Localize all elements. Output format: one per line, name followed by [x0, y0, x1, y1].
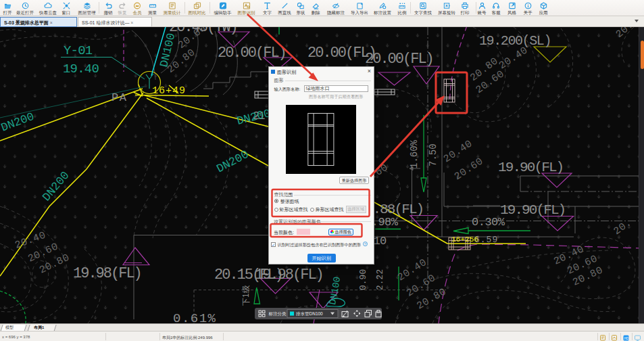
svg-text:16+256: 16+256: [451, 235, 478, 244]
svg-text:16+49: 16+49: [152, 85, 186, 97]
svg-text:标注分类: 标注分类: [268, 311, 287, 317]
svg-text:1.60%: 1.60%: [409, 139, 420, 168]
svg-text:排水管DN100: 排水管DN100: [296, 311, 323, 317]
svg-text:20.00(FL): 20.00(FL): [365, 51, 433, 68]
svg-text:PA: PA: [112, 91, 127, 104]
svg-text:下1级: 下1级: [241, 285, 251, 306]
svg-text:19.200(SL): 19.200(SL): [479, 33, 551, 49]
svg-text:19.90(FL): 19.90(FL): [498, 160, 563, 175]
svg-text:7.50: 7.50: [428, 143, 439, 166]
svg-text:HD: HD: [624, 337, 629, 340]
svg-text:19.90(FL): 19.90(FL): [500, 202, 565, 218]
svg-text:0.90: 0.90: [358, 269, 368, 290]
svg-text:0.30%: 0.30%: [472, 216, 505, 229]
svg-text:Y-01: Y-01: [64, 43, 93, 58]
svg-text:19.40: 19.40: [63, 62, 99, 76]
svg-text:2.22: 2.22: [375, 269, 385, 290]
svg-text:19.98(FL): 19.98(FL): [255, 267, 323, 283]
svg-text:19.98(FL): 19.98(FL): [73, 265, 141, 282]
svg-text:20.00(FL): 20.00(FL): [218, 45, 286, 62]
svg-text:0.61%: 0.61%: [173, 311, 217, 323]
